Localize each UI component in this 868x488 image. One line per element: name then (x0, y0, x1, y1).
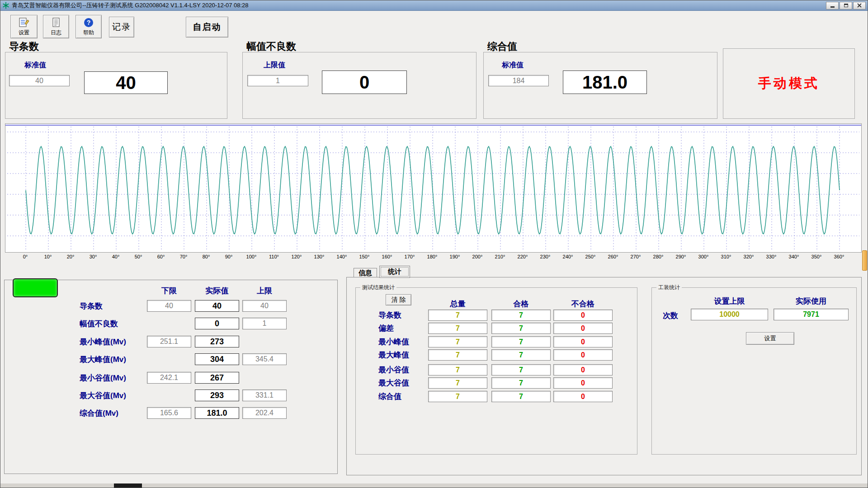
x-axis-tick: 140° (333, 254, 351, 259)
x-axis-tick: 290° (672, 254, 690, 259)
x-axis-tick: 120° (288, 254, 306, 259)
x-axis-tick: 50° (129, 254, 147, 259)
x-axis-tick: 160° (378, 254, 396, 259)
scrollbar-thumb[interactable] (862, 250, 867, 271)
amp-defect-limit-input[interactable] (247, 75, 308, 86)
window-controls (826, 2, 866, 9)
autostart-button[interactable]: 自启动 (186, 17, 228, 38)
x-axis-tick: 320° (740, 254, 758, 259)
stat-total-value: 7 (428, 364, 487, 375)
stat-fail-value: 0 (553, 310, 613, 321)
result-actual-value: 181.0 (195, 407, 239, 419)
x-axis-tick: 60° (152, 254, 170, 259)
tab-info[interactable]: 信息 (354, 268, 377, 278)
stat-pass-value: 7 (491, 336, 551, 347)
stat-pass-value: 7 (491, 364, 551, 375)
result-upper-value: 1 (242, 318, 287, 329)
result-row-label: 最大谷值(Mv) (80, 389, 148, 401)
stat-fail-value: 0 (553, 336, 613, 347)
help-toolbar-button[interactable]: ? 帮助 (75, 15, 102, 38)
x-axis-tick: 220° (514, 254, 532, 259)
x-axis-tick: 30° (84, 254, 102, 259)
status-lamp (13, 278, 58, 297)
x-axis-tick: 340° (785, 254, 803, 259)
result-actual-value: 267 (195, 372, 239, 384)
x-axis-tick: 20° (61, 254, 80, 259)
actual-use-value: 7971 (774, 309, 849, 320)
mode-panel: 手动模式 (723, 48, 855, 119)
stat-pass-value: 7 (491, 349, 551, 361)
taskbar-strip (0, 483, 868, 488)
composite-panel-title: 综合值 (487, 40, 517, 53)
x-axis-tick: 280° (649, 254, 667, 259)
stat-row-label: 最大峰值 (378, 349, 426, 361)
composite-std-input[interactable] (488, 75, 549, 86)
results-upper-header: 上限 (242, 286, 287, 296)
clear-button[interactable]: 清 除 (386, 294, 411, 305)
log-toolbar-label: 日志 (51, 29, 61, 37)
x-axis-tick: 150° (355, 254, 373, 259)
stat-total-value: 7 (428, 349, 487, 361)
log-toolbar-button[interactable]: 日志 (43, 15, 69, 38)
result-actual-value: 40 (195, 300, 239, 312)
x-axis-tick: 210° (491, 254, 509, 259)
stat-row-label: 综合值 (378, 391, 426, 402)
tooling-settings-button[interactable]: 设置 (746, 332, 794, 345)
result-lower-value: 242.1 (147, 372, 191, 384)
stat-fail-value: 0 (553, 349, 613, 361)
app-icon (2, 2, 9, 9)
amp-defect-limit-label: 上限值 (264, 61, 285, 70)
result-lower-value: 165.6 (147, 407, 191, 419)
bar-count-display: 40 (84, 71, 168, 94)
x-axis-tick: 300° (694, 254, 712, 259)
bar-count-std-input[interactable] (9, 75, 70, 86)
clear-button-label: 清 除 (392, 296, 406, 304)
stat-pass-value: 7 (491, 391, 551, 402)
tab-stats[interactable]: 统计 (379, 266, 410, 278)
set-limit-value: 10000 (691, 309, 768, 320)
result-row-label: 最小谷值(Mv) (80, 372, 148, 384)
tab-stats-label: 统计 (388, 267, 401, 276)
close-icon (857, 3, 862, 8)
stat-fail-value: 0 (553, 323, 613, 334)
stat-row-label: 导条数 (378, 310, 426, 321)
stats-total-header: 总量 (428, 299, 487, 309)
x-axis-tick: 230° (536, 254, 554, 259)
minimize-button[interactable] (826, 2, 839, 9)
settings-icon (18, 17, 30, 28)
maximize-button[interactable] (840, 2, 852, 9)
results-panel: 下限 实际值 上限 导条数404040幅值不良数01最小峰值(Mv)251.12… (4, 280, 338, 474)
stat-pass-value: 7 (491, 323, 551, 334)
tooling-stats-group: 工装统计 设置上限 实际使用 次数 10000 7971 设置 (651, 287, 857, 455)
settings-toolbar-button[interactable]: 设置 (10, 15, 38, 38)
record-button[interactable]: 记录 (109, 17, 134, 38)
settings-toolbar-label: 设置 (19, 29, 29, 37)
close-button[interactable] (853, 2, 866, 9)
svg-text:?: ? (87, 19, 91, 26)
maximize-icon (844, 4, 848, 7)
x-axis-tick: 100° (242, 254, 260, 259)
stat-fail-value: 0 (553, 364, 613, 375)
result-row-label: 幅值不良数 (80, 318, 148, 329)
stat-total-value: 7 (428, 323, 487, 334)
stat-total-value: 7 (428, 377, 487, 389)
stat-total-value: 7 (428, 310, 487, 321)
amp-defect-display: 0 (322, 70, 407, 94)
composite-panel: 综合值 标准值 181.0 (483, 52, 717, 119)
x-axis-tick: 360° (830, 254, 848, 259)
log-icon (51, 17, 61, 28)
stats-fail-header: 不合格 (553, 299, 613, 309)
test-stats-group: 测试结果统计 清 除 总量 合格 不合格 导条数770偏差770最小峰值770最… (355, 287, 637, 455)
bar-count-panel: 导条数 标准值 40 (5, 52, 227, 119)
composite-display: 181.0 (563, 70, 647, 94)
stat-row-label: 最小谷值 (378, 364, 426, 375)
result-lower-value: 40 (147, 300, 191, 312)
result-upper-value: 40 (242, 300, 287, 312)
stat-total-value: 7 (428, 336, 487, 347)
actual-use-label: 实际使用 (774, 296, 849, 306)
stat-fail-value: 0 (553, 391, 613, 402)
x-axis-labels: 0°10°20°30°40°50°60°70°80°90°100°110°120… (5, 254, 862, 261)
result-actual-value: 0 (195, 318, 239, 329)
bar-count-panel-title: 导条数 (9, 40, 39, 53)
stats-pass-header: 合格 (491, 299, 551, 309)
